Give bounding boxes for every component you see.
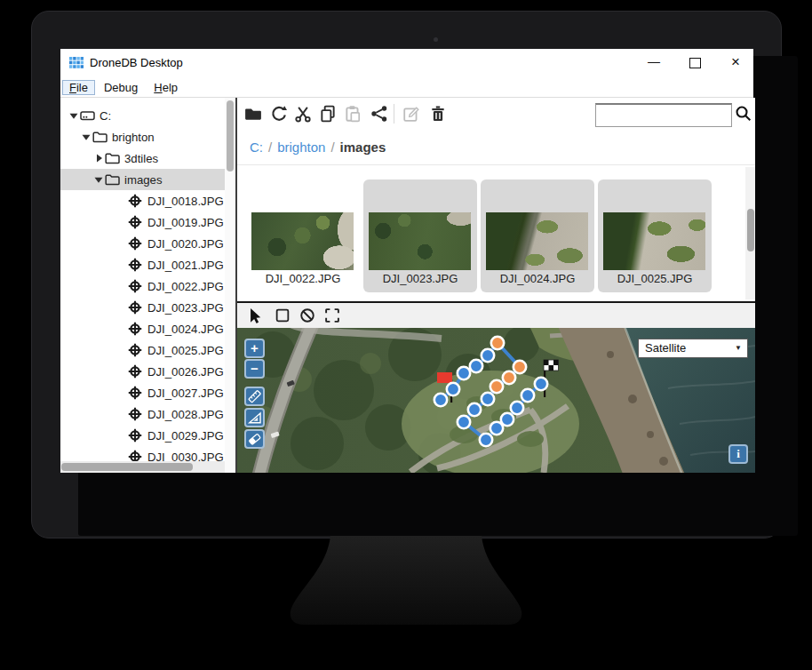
tree-node-dji-0020-jpg[interactable]: DJI_0020.JPG	[60, 233, 225, 254]
caret-down-icon[interactable]	[92, 175, 105, 184]
thumbnail-label: DJI_0022.JPG	[246, 272, 360, 285]
chevron-down-icon: ▼	[735, 339, 742, 357]
flight-marker	[490, 380, 503, 393]
share-button[interactable]	[370, 105, 390, 124]
paste-button[interactable]	[344, 105, 363, 124]
thumbnail-card-dji-0024-jpg[interactable]: DJI_0024.JPG	[481, 179, 594, 292]
content-vertical-scrollbar[interactable]	[745, 167, 755, 299]
delete-button[interactable]	[429, 105, 449, 124]
flight-marker	[434, 394, 447, 406]
measure-length-button[interactable]	[244, 387, 265, 406]
tree-node-dji-0018-jpg[interactable]: DJI_0018.JPG	[60, 190, 225, 211]
scrollbar-thumb[interactable]	[61, 463, 193, 471]
tree-node-label: 3dtiles	[123, 152, 158, 165]
flight-marker	[535, 378, 547, 390]
thumbnail-image[interactable]	[603, 212, 705, 270]
caret-down-icon[interactable]	[68, 111, 80, 120]
clear-selection-icon[interactable]	[299, 307, 319, 325]
tree-node-dji-0025-jpg[interactable]: DJI_0025.JPG	[60, 339, 225, 361]
tree-node-brighton[interactable]: brighton	[60, 126, 225, 148]
map-view[interactable]: + − Satellite ▼ i	[237, 328, 755, 473]
tree-node-label: DJI_0023.JPG	[147, 301, 224, 315]
tree-vertical-scrollbar[interactable]	[225, 98, 235, 473]
tree-node-dji-0019-jpg[interactable]: DJI_0019.JPG	[60, 211, 225, 233]
measure-area-button[interactable]	[244, 408, 265, 427]
fullscreen-icon[interactable]	[324, 307, 344, 325]
thumbnail-card-dji-0022-jpg[interactable]: DJI_0022.JPG	[246, 179, 360, 292]
breadcrumb-separator: /	[263, 140, 277, 155]
thumbnail-image[interactable]	[486, 212, 588, 270]
search-input[interactable]	[595, 103, 732, 127]
file-tree-panel: C:brighton3dtilesimagesDJI_0018.JPGDJI_0…	[60, 98, 235, 473]
open-folder-button[interactable]	[244, 105, 264, 124]
folder-icon	[92, 130, 111, 144]
close-button[interactable]: ×	[721, 52, 750, 75]
maximize-button[interactable]	[681, 52, 709, 75]
breadcrumb-segment-c-[interactable]: C:	[250, 140, 263, 155]
thumbnail-image[interactable]	[251, 212, 354, 270]
flight-marker	[468, 403, 481, 416]
tree-node-label: DJI_0025.JPG	[147, 344, 224, 357]
flight-marker	[521, 389, 534, 402]
thumbnail-label: DJI_0025.JPG	[598, 272, 712, 285]
edit-button[interactable]	[402, 105, 422, 124]
geotag-icon	[128, 215, 147, 229]
menu-item-help[interactable]: Help	[147, 80, 185, 95]
geotag-icon	[128, 428, 147, 443]
tree-node-dji-0024-jpg[interactable]: DJI_0024.JPG	[60, 318, 225, 339]
tree-node-dji-0028-jpg[interactable]: DJI_0028.JPG	[60, 403, 225, 425]
title-bar: DroneDB Desktop — ×	[60, 49, 753, 78]
tree-node-dji-0022-jpg[interactable]: DJI_0022.JPG	[60, 275, 225, 297]
thumbnail-card-dji-0023-jpg[interactable]: DJI_0023.JPG	[363, 179, 477, 292]
tree-node-label: DJI_0024.JPG	[147, 323, 224, 336]
tree-node-images[interactable]: images	[60, 169, 225, 190]
thumbnail-card-dji-0025-jpg[interactable]: DJI_0025.JPG	[598, 179, 712, 292]
tree-node-label: C:	[99, 109, 111, 123]
tree-node-dji-0026-jpg[interactable]: DJI_0026.JPG	[60, 361, 225, 382]
select-cursor-icon[interactable]	[246, 307, 266, 325]
map-layer-select[interactable]: Satellite ▼	[638, 339, 748, 358]
caret-right-icon[interactable]	[92, 154, 105, 163]
geotag-icon	[128, 386, 147, 400]
tree-node-label: images	[123, 173, 163, 187]
search-icon[interactable]	[735, 105, 752, 124]
tree-node-label: DJI_0018.JPG	[147, 195, 224, 208]
draw-rectangle-icon[interactable]	[275, 307, 294, 325]
thumbnail-image[interactable]	[369, 212, 471, 270]
scrollbar-thumb[interactable]	[747, 209, 754, 251]
scrollbar-thumb[interactable]	[227, 100, 234, 171]
caret-down-icon[interactable]	[80, 132, 92, 141]
flight-marker	[491, 337, 504, 349]
tree-node-label: DJI_0021.JPG	[147, 259, 224, 272]
flight-marker	[501, 413, 513, 426]
menu-item-debug[interactable]: Debug	[97, 80, 145, 95]
zoom-in-button[interactable]: +	[244, 339, 265, 358]
cut-button[interactable]	[294, 105, 314, 124]
breadcrumb-segment-brighton[interactable]: brighton	[277, 140, 325, 155]
app-logo-icon	[69, 57, 84, 72]
flight-marker	[447, 383, 459, 395]
eraser-button[interactable]	[244, 429, 265, 449]
tree-node-dji-0023-jpg[interactable]: DJI_0023.JPG	[60, 297, 225, 318]
tree-node-3dtiles[interactable]: 3dtiles	[60, 148, 225, 169]
zoom-out-button[interactable]: −	[244, 359, 265, 379]
info-button[interactable]: i	[728, 444, 748, 464]
copy-button[interactable]	[319, 105, 338, 124]
content-panel: C:/brighton/images DJI_0022.JPGDJI_0023.…	[235, 98, 755, 473]
tree-node-dji-0029-jpg[interactable]: DJI_0029.JPG	[60, 425, 225, 446]
geotag-icon	[128, 407, 147, 421]
flight-marker	[458, 416, 470, 428]
tree-node-c-[interactable]: C:	[60, 105, 225, 126]
refresh-button[interactable]	[269, 105, 289, 124]
geotag-icon	[128, 236, 147, 251]
minimize-button[interactable]: —	[640, 52, 668, 75]
menu-item-file[interactable]: File	[62, 80, 95, 95]
flight-marker	[482, 393, 494, 405]
tree-node-dji-0021-jpg[interactable]: DJI_0021.JPG	[60, 254, 225, 275]
folder-icon	[105, 151, 123, 165]
thumbnail-label: DJI_0024.JPG	[481, 272, 594, 285]
tree-node-dji-0027-jpg[interactable]: DJI_0027.JPG	[60, 382, 225, 403]
maximize-icon	[689, 58, 701, 68]
tree-horizontal-scrollbar[interactable]	[60, 461, 225, 473]
map-toolbar	[237, 301, 755, 328]
